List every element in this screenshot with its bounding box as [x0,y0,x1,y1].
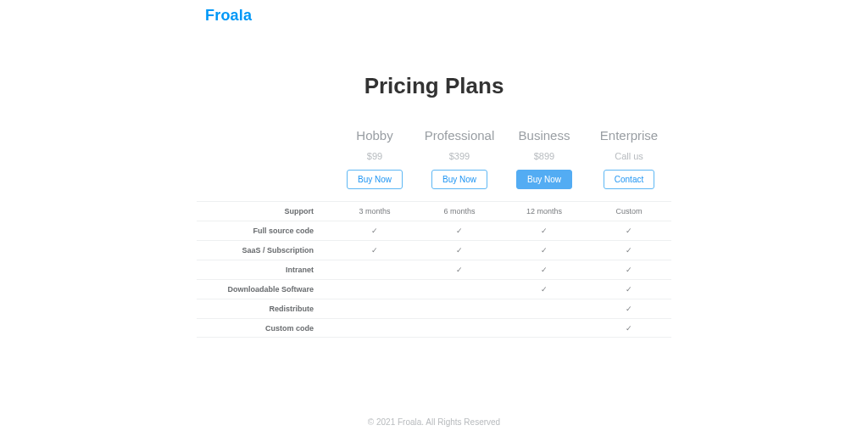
feature-cell: 6 months [417,207,502,215]
feature-row: Custom code✓ [197,318,671,338]
feature-row: SaaS / Subscription✓✓✓✓ [197,240,671,260]
plan-name: Enterprise [587,128,671,143]
feature-label: Downloadable Software [197,285,332,294]
page-title: Pricing Plans [0,73,868,99]
plan-name: Business [502,128,587,143]
feature-cell: ✓ [587,246,671,255]
plan-price: $99 [332,151,417,161]
plan-professional: Professional $399 Buy Now [417,128,502,201]
plan-business: Business $899 Buy Now [502,128,587,201]
feature-cell: ✓ [502,266,587,274]
feature-label: Full source code [197,227,332,235]
feature-label: Custom code [197,324,332,333]
feature-cell: ✓ [332,246,417,255]
logo[interactable]: Froala [205,7,252,25]
feature-cell: ✓ [417,227,502,235]
feature-cell: ✓ [417,246,502,255]
feature-row: Intranet✓✓✓ [197,260,671,279]
plan-price: $899 [502,151,587,161]
feature-cell: ✓ [587,227,671,235]
feature-cell: ✓ [417,266,502,274]
plans-header-row: Hobby $99 Buy Now Professional $399 Buy … [197,128,671,201]
feature-cell: 12 months [502,207,587,215]
feature-row: Downloadable Software✓✓ [197,279,671,299]
feature-row: Full source code✓✓✓✓ [197,221,671,240]
feature-label: SaaS / Subscription [197,246,332,255]
feature-cell: ✓ [502,227,587,235]
buy-now-button-business[interactable]: Buy Now [516,170,572,189]
feature-cell: ✓ [587,305,671,313]
plan-hobby: Hobby $99 Buy Now [332,128,417,201]
feature-cell: Custom [587,207,671,215]
plan-name: Professional [417,128,502,143]
footer-copyright: © 2021 Froala. All Rights Reserved [0,417,868,427]
buy-now-button-professional[interactable]: Buy Now [431,170,487,189]
feature-label: Intranet [197,266,332,274]
feature-label: Support [197,207,332,215]
feature-cell: ✓ [502,285,587,294]
feature-cell: ✓ [587,266,671,274]
feature-row: Redistribute✓ [197,299,671,318]
plan-enterprise: Enterprise Call us Contact [587,128,671,201]
feature-cell: ✓ [502,246,587,255]
feature-cell: ✓ [332,227,417,235]
buy-now-button-hobby[interactable]: Buy Now [347,170,403,189]
feature-label: Redistribute [197,305,332,313]
plan-name: Hobby [332,128,417,143]
plan-price: Call us [587,151,671,161]
feature-cell: 3 months [332,207,417,215]
contact-button-enterprise[interactable]: Contact [604,170,654,189]
feature-row: Support3 months6 months12 monthsCustom [197,201,671,221]
feature-cell: ✓ [587,324,671,333]
plan-price: $399 [417,151,502,161]
feature-cell: ✓ [587,285,671,294]
pricing-table: Hobby $99 Buy Now Professional $399 Buy … [197,128,671,338]
